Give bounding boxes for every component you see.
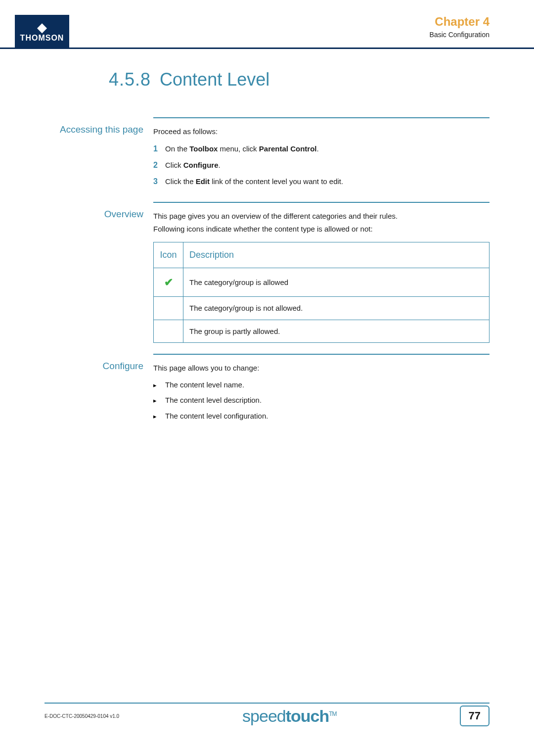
chapter-subtitle: Basic Configuration (430, 31, 490, 39)
desc-cell: The group is partly allowed. (183, 320, 490, 343)
step-item: 1 On the Toolbox menu, click Parental Co… (153, 142, 490, 155)
brand-light: speed (242, 707, 286, 725)
step-item: 3 Click the Edit link of the content lev… (153, 175, 490, 188)
table-row: The group is partly allowed. (154, 320, 490, 343)
block-configure: Configure This page allows you to change… (44, 354, 490, 425)
chapter-title: Chapter 4 (430, 15, 490, 29)
icon-cell: ✔ (154, 268, 183, 296)
label-configure: Configure (44, 354, 153, 425)
desc-cell: The category/group is allowed (183, 268, 490, 296)
brand-bold: touch (286, 707, 329, 725)
section-title: Content Level (160, 69, 269, 90)
steps-list: 1 On the Toolbox menu, click Parental Co… (153, 142, 490, 189)
step-text: Click the Edit link of the content level… (165, 175, 343, 188)
list-text: The content level configuration. (165, 410, 268, 423)
step-item: 2 Click Configure. (153, 158, 490, 172)
check-icon: ✔ (164, 276, 173, 288)
content-overview: This page gives you an overview of the d… (153, 202, 490, 343)
configure-intro: This page allows you to change: (153, 362, 490, 375)
label-accessing: Accessing this page (44, 117, 153, 191)
document-id: E-DOC-CTC-20050429-0104 v1.0 (44, 713, 119, 719)
thomson-name: THOMSON (20, 34, 64, 42)
content-configure: This page allows you to change: ▸ The co… (153, 354, 490, 425)
document-page: ◆ THOMSON Chapter 4 Basic Configuration … (0, 0, 534, 756)
icon-cell (154, 320, 183, 343)
table-row: ✔ The category/group is allowed (154, 268, 490, 296)
section-heading: 4.5.8 Content Level (109, 69, 490, 90)
list-item: ▸ The content level name. (153, 378, 490, 391)
block-accessing: Accessing this page Proceed as follows: … (44, 117, 490, 191)
brand-logo: speedtouchTM (242, 707, 337, 726)
page-footer: E-DOC-CTC-20050429-0104 v1.0 speedtouchT… (44, 706, 490, 726)
chapter-header: Chapter 4 Basic Configuration (430, 15, 490, 39)
step-text: On the Toolbox menu, click Parental Cont… (165, 142, 319, 155)
label-overview: Overview (44, 202, 153, 343)
step-number: 3 (153, 175, 165, 188)
thomson-icon: ◆ (15, 21, 69, 34)
configure-list: ▸ The content level name. ▸ The content … (153, 378, 490, 423)
desc-cell: The category/group is not allowed. (183, 297, 490, 320)
bullet-icon: ▸ (153, 411, 165, 422)
icon-description-table: Icon Description ✔ The category/group is… (153, 242, 490, 343)
list-text: The content level name. (165, 378, 244, 391)
th-description: Description (183, 242, 490, 268)
footer-divider (44, 703, 490, 704)
section-number: 4.5.8 (109, 69, 151, 90)
th-icon: Icon (154, 242, 183, 268)
block-overview: Overview This page gives you an overview… (44, 202, 490, 343)
accessing-intro: Proceed as follows: (153, 125, 490, 138)
thomson-logo: ◆ THOMSON (15, 15, 69, 48)
overview-line2: Following icons indicate whether the con… (153, 223, 490, 236)
content-area: 4.5.8 Content Level Accessing this page … (44, 69, 490, 436)
table-header-row: Icon Description (154, 242, 490, 268)
header-divider (0, 47, 534, 49)
bullet-icon: ▸ (153, 380, 165, 391)
icon-cell (154, 297, 183, 320)
bullet-icon: ▸ (153, 395, 165, 406)
overview-line1: This page gives you an overview of the d… (153, 210, 490, 223)
list-text: The content level description. (165, 394, 262, 407)
step-number: 2 (153, 158, 165, 172)
list-item: ▸ The content level configuration. (153, 410, 490, 423)
trademark-icon: TM (329, 710, 336, 717)
page-number: 77 (460, 706, 490, 726)
step-text: Click Configure. (165, 159, 221, 172)
content-accessing: Proceed as follows: 1 On the Toolbox men… (153, 117, 490, 191)
list-item: ▸ The content level description. (153, 394, 490, 407)
step-number: 1 (153, 142, 165, 155)
table-row: The category/group is not allowed. (154, 297, 490, 320)
